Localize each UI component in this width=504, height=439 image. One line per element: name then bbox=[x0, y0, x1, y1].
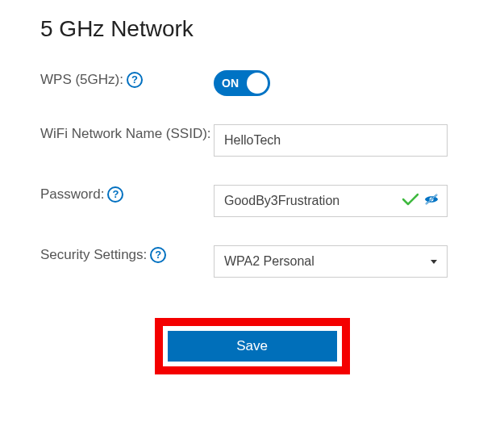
security-label-cell: Security Settings: ? bbox=[40, 245, 214, 265]
eye-hidden-icon[interactable] bbox=[423, 193, 439, 209]
wps-toggle[interactable]: ON bbox=[214, 70, 270, 96]
wps-row: WPS (5GHz): ? ON bbox=[40, 70, 464, 96]
password-label-cell: Password: ? bbox=[40, 185, 214, 204]
wps-toggle-label: ON bbox=[222, 77, 239, 90]
save-highlight: Save bbox=[155, 318, 350, 374]
help-icon[interactable]: ? bbox=[150, 247, 166, 263]
password-row: Password: ? bbox=[40, 185, 464, 217]
ssid-input[interactable] bbox=[214, 124, 448, 157]
security-value: WPA2 Personal bbox=[224, 254, 314, 269]
help-icon[interactable]: ? bbox=[127, 72, 143, 88]
wps-label: WPS (5GHz): bbox=[40, 70, 123, 90]
wps-label-cell: WPS (5GHz): ? bbox=[40, 70, 214, 90]
security-label: Security Settings: bbox=[40, 245, 147, 265]
ssid-label-cell: WiFi Network Name (SSID): bbox=[40, 124, 214, 144]
security-select[interactable]: WPA2 Personal bbox=[214, 245, 448, 278]
toggle-knob bbox=[247, 73, 268, 94]
page-title: 5 GHz Network bbox=[40, 16, 464, 42]
help-icon[interactable]: ? bbox=[107, 186, 123, 203]
check-icon bbox=[402, 193, 419, 209]
security-row: Security Settings: ? WPA2 Personal bbox=[40, 245, 464, 278]
ssid-label: WiFi Network Name (SSID): bbox=[40, 124, 211, 144]
ssid-row: WiFi Network Name (SSID): bbox=[40, 124, 464, 157]
save-button[interactable]: Save bbox=[168, 331, 337, 362]
chevron-down-icon bbox=[431, 260, 437, 264]
password-label: Password: bbox=[40, 185, 104, 204]
